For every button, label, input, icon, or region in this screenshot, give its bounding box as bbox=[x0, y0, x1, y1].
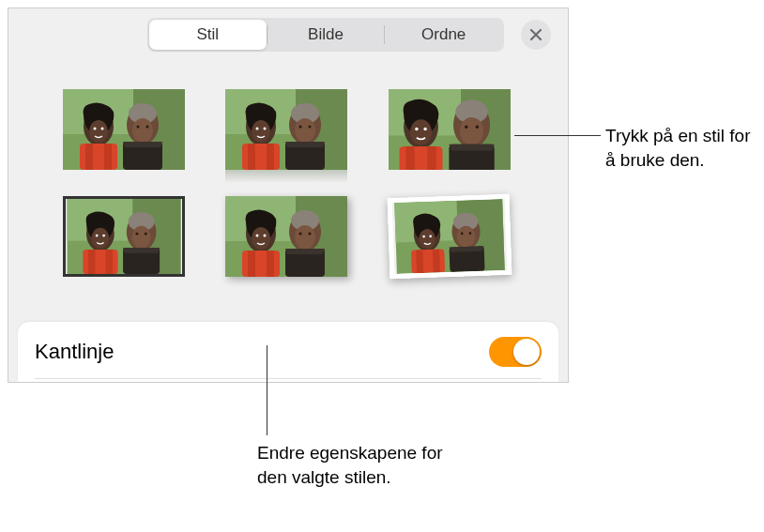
callout-style: Trykk på en stil for å bruke den. bbox=[605, 124, 756, 172]
border-toggle[interactable] bbox=[489, 337, 542, 367]
style-option-plain[interactable] bbox=[63, 89, 185, 170]
toggle-knob bbox=[513, 339, 540, 365]
callout-properties: Endre egenskapene for den valgte stilen. bbox=[257, 441, 473, 489]
close-button[interactable] bbox=[521, 20, 551, 50]
segmented-control: Stil Bilde Ordne bbox=[147, 18, 504, 52]
tab-style[interactable]: Stil bbox=[149, 20, 267, 50]
style-option-crop[interactable] bbox=[389, 89, 511, 170]
styles-grid bbox=[8, 52, 568, 296]
tab-bar: Stil Bilde Ordne bbox=[8, 8, 568, 52]
style-option-shadow[interactable] bbox=[225, 196, 347, 277]
close-icon bbox=[529, 28, 542, 41]
style-option-reflection[interactable] bbox=[225, 89, 347, 170]
tab-arrange[interactable]: Ordne bbox=[385, 20, 502, 50]
tab-image[interactable]: Bilde bbox=[267, 20, 385, 50]
divider bbox=[35, 378, 542, 379]
style-option-border[interactable] bbox=[63, 196, 185, 277]
callout-line bbox=[514, 135, 601, 136]
format-panel: Stil Bilde Ordne bbox=[8, 8, 569, 383]
style-option-tilted-frame[interactable] bbox=[387, 194, 512, 279]
border-label: Kantlinje bbox=[35, 340, 114, 364]
border-section: Kantlinje bbox=[18, 322, 558, 382]
callout-line bbox=[267, 345, 267, 435]
